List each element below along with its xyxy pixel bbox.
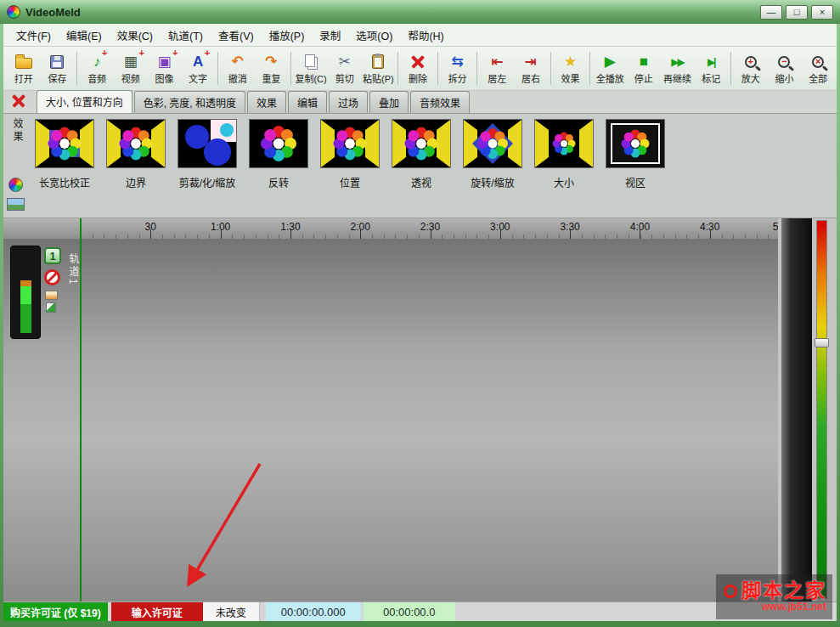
split-button[interactable]: ⇆拆分: [441, 48, 475, 90]
effect-button[interactable]: ★效果: [554, 48, 588, 90]
paste-button[interactable]: 粘贴(P): [362, 48, 396, 90]
menu-item[interactable]: 编辑(E): [59, 24, 110, 47]
add-video-button[interactable]: ▦+视频: [114, 48, 148, 90]
track-swatch-1[interactable]: [45, 291, 58, 300]
effect-item[interactable]: 视区: [606, 120, 665, 189]
toolbar: 打开保存♪+音频▦+视频▣+图像A+文字↶撤消↷重复复制(C)✂剪切粘贴(P)删…: [3, 47, 837, 91]
tab-2[interactable]: 效果: [247, 91, 286, 113]
add-image-button[interactable]: ▣+图像: [148, 48, 182, 90]
delete-label: 删除: [409, 71, 427, 85]
tab-0[interactable]: 大小, 位置和方向: [37, 90, 132, 113]
menu-item[interactable]: 播放(P): [262, 24, 313, 47]
effect-item[interactable]: 透视: [392, 120, 451, 189]
ruler-tick-label: 1:30: [280, 221, 300, 233]
effect-item[interactable]: 长宽比校正: [35, 120, 94, 189]
add-video-label: 视频: [121, 71, 140, 85]
stop-label: 停止: [634, 71, 653, 85]
remove-effect-icon[interactable]: [12, 94, 25, 108]
color-wheel-icon[interactable]: [8, 178, 23, 192]
save-button[interactable]: 保存: [41, 48, 75, 90]
effect-item[interactable]: 大小: [534, 120, 594, 189]
cut-button[interactable]: ✂剪切: [328, 48, 362, 90]
align-right-button[interactable]: ⇥居右: [514, 48, 548, 90]
track-swatch-2[interactable]: [46, 302, 56, 313]
align-left-button[interactable]: ⇤居左: [480, 48, 514, 90]
stop-button[interactable]: ■停止: [627, 48, 661, 90]
app-icon: [7, 5, 20, 19]
add-audio-button[interactable]: ♪+音频: [80, 48, 114, 90]
ruler[interactable]: 301:001:302:002:303:003:304:004:305:0: [3, 218, 778, 240]
effect-item[interactable]: 反转: [249, 120, 308, 189]
zoom-all-button[interactable]: ×全部: [801, 48, 835, 90]
split-icon: ⇆: [452, 52, 464, 71]
cut-icon: ✂: [339, 52, 351, 71]
mark-button[interactable]: ▶|标记: [694, 48, 728, 90]
app-window: VideoMeld — □ × 文件(F)编辑(E)效果(C)轨道(T)查看(V…: [0, 0, 840, 627]
toolbar-separator: [217, 52, 218, 85]
undo-label: 撤消: [228, 71, 247, 85]
level-gradient-bar[interactable]: [816, 220, 827, 599]
tab-1[interactable]: 色彩, 亮度, 和透明度: [134, 91, 245, 113]
mark-icon: ▶|: [708, 52, 715, 71]
tab-6[interactable]: 音频效果: [410, 91, 470, 113]
mark-label: 标记: [702, 71, 720, 85]
paste-icon: [372, 52, 384, 71]
modified-state-label: 未改变: [203, 602, 260, 621]
align-right-label: 居右: [521, 71, 540, 85]
tab-5[interactable]: 叠加: [369, 91, 409, 113]
effect-item[interactable]: 位置: [320, 120, 380, 189]
copy-button[interactable]: 复制(C): [294, 48, 328, 90]
tab-3[interactable]: 编辑: [288, 91, 327, 113]
effect-thumbnail: [178, 120, 236, 171]
effect-thumbnail: [250, 120, 307, 171]
zoom-out-button[interactable]: −缩小: [768, 48, 802, 90]
menu-item[interactable]: 选项(O): [348, 24, 400, 47]
undo-button[interactable]: ↶撤消: [221, 48, 255, 90]
image-icon[interactable]: [7, 198, 25, 211]
level-slider-handle[interactable]: [815, 338, 829, 347]
delete-icon: [411, 52, 425, 71]
menu-item[interactable]: 录制: [312, 24, 348, 47]
enter-license-button[interactable]: 输入许可证: [111, 602, 203, 621]
minimize-button[interactable]: —: [760, 5, 782, 20]
menu-item[interactable]: 效果(C): [110, 24, 161, 47]
add-text-button[interactable]: A+文字: [181, 48, 215, 90]
mute-icon[interactable]: [44, 269, 60, 285]
watermark-site: www.jb51.net: [762, 601, 826, 613]
effect-label: 透视: [411, 175, 431, 189]
effect-thumbnail: [392, 120, 450, 171]
add-text-icon: A+: [193, 52, 203, 71]
tracks-canvas[interactable]: 1 轨道1: [3, 240, 778, 602]
zoom-in-button[interactable]: +放大: [734, 48, 768, 90]
menu-item[interactable]: 轨道(T): [161, 24, 211, 47]
resume-button[interactable]: ▶▶再继续: [661, 48, 695, 90]
play-all-button[interactable]: ▶全播放: [593, 48, 627, 90]
tab-4[interactable]: 过场: [329, 91, 368, 113]
effect-item[interactable]: 边界: [106, 120, 166, 189]
ruler-tick-label: 2:00: [351, 221, 370, 233]
stop-icon: ■: [640, 52, 648, 71]
save-label: 保存: [48, 71, 66, 85]
menu-item[interactable]: 文件(F): [8, 24, 59, 47]
client-area: 文件(F)编辑(E)效果(C)轨道(T)查看(V)播放(P)录制选项(O)帮助(…: [3, 24, 837, 621]
effect-item[interactable]: 旋转/缩放: [463, 120, 522, 189]
buy-license-button[interactable]: 购买许可证 (仅 $19): [3, 602, 108, 621]
open-button[interactable]: 打开: [7, 48, 41, 90]
maximize-button[interactable]: □: [786, 5, 808, 20]
menu-item[interactable]: 帮助(H): [400, 24, 451, 47]
playhead[interactable]: [80, 218, 82, 602]
effect-label: 边界: [126, 175, 146, 189]
close-button[interactable]: ×: [811, 5, 833, 20]
tab-bar: 大小, 位置和方向色彩, 亮度, 和透明度效果编辑过场叠加音频效果: [37, 90, 470, 113]
track-number-button[interactable]: 1: [44, 247, 61, 264]
effect-item[interactable]: 剪裁/化/缩放: [178, 120, 237, 189]
redo-button[interactable]: ↷重复: [255, 48, 289, 90]
ruler-tick-label: 3:30: [560, 221, 579, 233]
watermark-name: 脚本之家: [741, 581, 826, 601]
delete-button[interactable]: 删除: [401, 48, 435, 90]
menu-item[interactable]: 查看(V): [211, 24, 262, 47]
menubar: 文件(F)编辑(E)效果(C)轨道(T)查看(V)播放(P)录制选项(O)帮助(…: [3, 24, 837, 47]
track-name: 轨道1: [66, 253, 81, 287]
ruler-tick-label: 4:30: [700, 221, 719, 233]
effects-sidebar: 效果: [3, 114, 29, 217]
